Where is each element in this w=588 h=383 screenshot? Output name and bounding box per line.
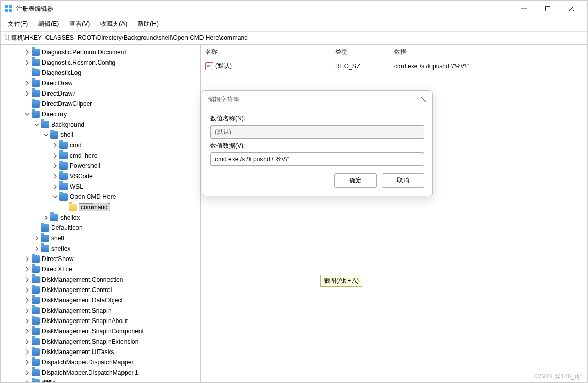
chevron-right-icon[interactable] [23, 275, 32, 284]
svg-rect-1 [9, 5, 12, 8]
tree-node[interactable]: shell [1, 233, 200, 243]
maximize-button[interactable] [536, 1, 560, 17]
value-name-input[interactable] [210, 125, 424, 139]
tree-node[interactable]: DiskManagement.SnapInAbout [1, 316, 200, 326]
tree-node[interactable]: DiskManagement.SnapIn [1, 305, 200, 316]
col-header-type[interactable]: 类型 [335, 48, 394, 56]
menu-file[interactable]: 文件(F) [4, 18, 32, 30]
tree-node[interactable]: DiskManagement.SnapInComponent [1, 326, 200, 336]
tree-node[interactable]: Diagnostic.Resmon.Config [1, 57, 200, 68]
chevron-down-icon[interactable] [33, 120, 41, 129]
tree-node[interactable]: Diagnostic.Perfmon.Document [1, 47, 200, 57]
tree-node[interactable]: DirectShow [1, 254, 200, 264]
folder-icon [32, 255, 40, 263]
menu-view[interactable]: 查看(V) [65, 18, 94, 30]
chevron-right-icon[interactable] [23, 296, 32, 304]
cancel-button[interactable]: 取消 [382, 173, 424, 188]
tree-node-label: DiskManagement.SnapInComponent [42, 328, 144, 335]
chevron-right-icon[interactable] [42, 213, 50, 222]
tree-pane[interactable]: Diagnostic.Perfmon.DocumentDiagnostic.Re… [1, 45, 201, 382]
tree-node[interactable]: Directory [1, 109, 200, 119]
tree-node[interactable]: dllfile [1, 378, 200, 382]
menu-help[interactable]: 帮助(H) [133, 18, 163, 30]
chevron-right-icon[interactable] [23, 369, 32, 377]
folder-icon [32, 317, 40, 325]
tree-node[interactable]: DispatchMapper.DispatchMapper [1, 357, 200, 367]
tree-node[interactable]: cmd_here [1, 150, 200, 161]
dialog-close-icon[interactable] [420, 96, 426, 104]
chevron-right-icon[interactable] [23, 338, 32, 346]
tree-node[interactable]: DispatchMapper.DispatchMapper.1 [1, 367, 200, 378]
tree-node[interactable]: DiskManagement.SnapInExtension [1, 336, 200, 347]
col-header-name[interactable]: 名称 [205, 48, 335, 56]
screenshot-tooltip: 截图(Alt + A) [320, 275, 362, 287]
list-row[interactable]: ab (默认) REG_SZ cmd exe /s /k pushd \"%V\… [201, 59, 587, 72]
close-button[interactable] [560, 1, 583, 17]
chevron-right-icon[interactable] [23, 358, 32, 366]
tree-node[interactable]: DiagnosticLog [1, 68, 200, 78]
chevron-right-icon[interactable] [23, 265, 32, 273]
svg-rect-2 [5, 9, 8, 12]
tree-node[interactable]: DirectDraw7 [1, 88, 200, 99]
chevron-right-icon[interactable] [51, 172, 59, 180]
chevron-right-icon[interactable] [23, 89, 32, 98]
chevron-right-icon[interactable] [33, 244, 41, 253]
tree-node[interactable]: DiskManagement.Connection [1, 274, 200, 285]
chevron-right-icon[interactable] [23, 307, 32, 315]
tree-node[interactable]: DiskManagement.DataObject [1, 295, 200, 305]
chevron-right-icon[interactable] [51, 182, 59, 191]
ok-button[interactable]: 确定 [334, 173, 377, 188]
chevron-right-icon[interactable] [23, 286, 32, 294]
tree-node[interactable]: DiskManagement.Control [1, 285, 200, 295]
value-type: REG_SZ [335, 63, 394, 70]
chevron-right-icon[interactable] [23, 327, 32, 335]
tree-node[interactable]: DirectDraw [1, 78, 200, 88]
tree-node[interactable]: DirectDrawClipper [1, 99, 200, 109]
chevron-right-icon[interactable] [23, 48, 32, 56]
tree-node-label: Open CMD Here [70, 193, 116, 201]
tree-node[interactable]: Background [1, 119, 200, 130]
tree-node[interactable]: shellex [1, 212, 200, 223]
folder-icon [32, 266, 40, 273]
string-value-icon: ab [205, 62, 213, 70]
tree-node[interactable]: DefaultIcon [1, 223, 200, 233]
chevron-right-icon[interactable] [23, 317, 32, 325]
svg-rect-5 [546, 7, 550, 11]
chevron-right-icon[interactable] [23, 58, 32, 67]
tree-node[interactable]: WSL [1, 181, 200, 192]
menu-edit[interactable]: 编辑(E) [34, 18, 63, 30]
tree-node-label: DispatchMapper.DispatchMapper.1 [42, 369, 138, 376]
tree-node[interactable]: Open CMD Here [1, 192, 200, 202]
tree-node[interactable]: shellex [1, 243, 200, 254]
chevron-right-icon[interactable] [33, 234, 41, 242]
chevron-down-icon[interactable] [51, 193, 59, 201]
tree-node[interactable]: VSCode [1, 171, 200, 181]
chevron-right-icon[interactable] [23, 379, 32, 382]
chevron-right-icon[interactable] [51, 162, 59, 170]
chevron-right-icon[interactable] [23, 79, 32, 87]
tree-node[interactable]: DiskManagement.UITasks [1, 347, 200, 357]
chevron-right-icon[interactable] [23, 348, 32, 356]
tree-node-label: DiskManagement.SnapInExtension [42, 338, 138, 345]
chevron-right-icon[interactable] [51, 151, 59, 160]
tree-node[interactable]: command [1, 202, 200, 212]
value-data-input[interactable] [210, 152, 424, 166]
tree-node[interactable]: Powershell [1, 161, 200, 171]
address-bar[interactable]: 计算机\HKEY_CLASSES_ROOT\Directory\Backgrou… [1, 32, 587, 45]
dialog-titlebar: 编辑字符串 [202, 91, 432, 108]
twisty-none [60, 203, 69, 211]
chevron-right-icon[interactable] [23, 255, 32, 263]
tree-node[interactable]: shell [1, 130, 200, 140]
minimize-button[interactable] [512, 1, 536, 17]
folder-icon [32, 111, 40, 118]
tree-node-label: DiskManagement.DataObject [42, 297, 123, 304]
col-header-data[interactable]: 数据 [394, 48, 583, 56]
value-name-label: 数值名称(N): [210, 114, 424, 123]
tree-node-label: DefaultIcon [51, 224, 83, 232]
chevron-right-icon[interactable] [51, 141, 59, 149]
chevron-down-icon[interactable] [42, 131, 50, 139]
tree-node[interactable]: cmd [1, 140, 200, 150]
menu-favorites[interactable]: 收藏夹(A) [96, 18, 131, 30]
tree-node[interactable]: DirectXFile [1, 264, 200, 274]
chevron-down-icon[interactable] [23, 110, 32, 118]
